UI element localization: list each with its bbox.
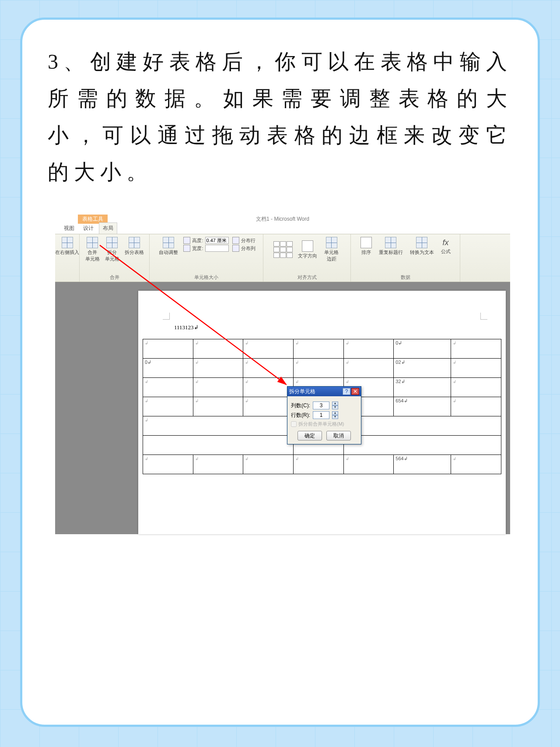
group-data-label: 数据 xyxy=(351,274,460,281)
text-direction-button[interactable]: 文字方向 xyxy=(296,240,319,260)
instruction-paragraph: 3、创建好表格后，你可以在表格中输入所需的数据。如果需要调整表格的大小，可以通过… xyxy=(22,20,538,190)
merge-icon xyxy=(87,237,98,248)
dist-rows-icon xyxy=(232,237,239,244)
ribbon-tabs: 视图 设计 布局 xyxy=(60,223,117,234)
tab-layout[interactable]: 布局 xyxy=(99,222,117,234)
margin-corner-tl xyxy=(163,313,170,320)
merge-before-checkbox[interactable]: 拆分前合并单元格(M) xyxy=(291,421,357,427)
autofit-icon xyxy=(163,237,174,248)
split-cells-icon xyxy=(106,237,118,248)
repeat-header-button[interactable]: 重复标题行 xyxy=(377,236,405,257)
width-icon xyxy=(183,245,190,252)
formula-button[interactable]: fx公式 xyxy=(439,237,452,256)
height-icon xyxy=(183,237,190,244)
dist-cols-icon xyxy=(232,245,239,252)
merge-cells-button[interactable]: 合并 单元格 xyxy=(84,236,102,263)
dist-rows-button[interactable]: 分布行 xyxy=(241,237,256,244)
document-text[interactable]: 1113123↲ xyxy=(174,324,199,331)
rows-input[interactable] xyxy=(313,411,329,419)
convert-text-button[interactable]: 转换为文本 xyxy=(408,236,436,257)
dialog-title: 拆分单元格 xyxy=(289,388,315,395)
ok-button[interactable]: 确定 xyxy=(298,431,322,440)
document-background: 1113123↲ ↲↲↲↲↲0↲↲ 0↲↲↲↲↲02↲↲ ↲↲↲↲↲32↲↲ ↲… xyxy=(55,282,510,534)
width-input[interactable] xyxy=(205,245,229,252)
repeat-header-icon xyxy=(385,237,396,248)
split-table-icon xyxy=(129,237,140,248)
group-size-label: 单元格大小 xyxy=(150,274,263,281)
cols-spinner[interactable]: ▲▼ xyxy=(332,402,338,409)
height-input[interactable] xyxy=(205,237,229,244)
fx-icon: fx xyxy=(442,238,448,247)
autofit-button[interactable]: 自动调整 xyxy=(157,236,180,257)
rows-label: 行数(R): xyxy=(291,412,310,419)
margin-corner-tr xyxy=(480,313,487,320)
cols-input[interactable] xyxy=(313,402,329,409)
help-button[interactable]: ? xyxy=(343,388,350,395)
alignment-grid[interactable] xyxy=(273,241,293,258)
dialog-titlebar[interactable]: 拆分单元格 ? ✕ xyxy=(287,387,361,396)
text-dir-icon xyxy=(302,240,313,252)
table-row: ↲↲↲↲↲0↲↲ xyxy=(143,339,501,359)
cell-margins-button[interactable]: 单元格 边距 xyxy=(322,236,340,263)
rows-spinner[interactable]: ▲▼ xyxy=(332,411,338,419)
convert-text-icon xyxy=(416,237,427,248)
cell-margins-icon xyxy=(326,237,337,248)
table-row: 0↲↲↲↲↲02↲↲ xyxy=(143,359,501,378)
tutorial-card: 3、创建好表格后，你可以在表格中输入所需的数据。如果需要调整表格的大小，可以通过… xyxy=(20,18,540,727)
close-button[interactable]: ✕ xyxy=(351,388,359,395)
table-row: ↲↲↲↲↲564↲↲ xyxy=(143,455,501,474)
group-align-label: 对齐方式 xyxy=(263,274,350,281)
dist-cols-button[interactable]: 分布列 xyxy=(241,245,256,252)
group-merge-label: 合并 xyxy=(80,274,149,281)
window-title: 文档1 - Microsoft Word xyxy=(55,215,510,223)
tab-view[interactable]: 视图 xyxy=(60,223,78,234)
table-icon xyxy=(62,237,73,248)
ribbon: 在右侧插入 合并 单元格 拆分 单元格 拆分表格 合并 自动调整 高度: 宽度: xyxy=(55,234,510,282)
insert-right-button[interactable]: 在右侧插入 xyxy=(53,236,81,257)
sort-icon xyxy=(360,237,372,248)
split-cells-dialog: 拆分单元格 ? ✕ 列数(C): ▲▼ 行数(R): xyxy=(287,386,361,444)
sort-button[interactable]: 排序 xyxy=(359,236,374,257)
split-cells-button[interactable]: 拆分 单元格 xyxy=(103,236,121,263)
split-table-button[interactable]: 拆分表格 xyxy=(123,236,146,263)
document-page: 1113123↲ ↲↲↲↲↲0↲↲ 0↲↲↲↲↲02↲↲ ↲↲↲↲↲32↲↲ ↲… xyxy=(138,291,506,534)
cols-label: 列数(C): xyxy=(291,402,310,409)
tab-design[interactable]: 设计 xyxy=(80,223,97,234)
cancel-button[interactable]: 取消 xyxy=(326,431,351,440)
word-screenshot: 文档1 - Microsoft Word 表格工具 视图 设计 布局 在右侧插入… xyxy=(55,215,510,534)
